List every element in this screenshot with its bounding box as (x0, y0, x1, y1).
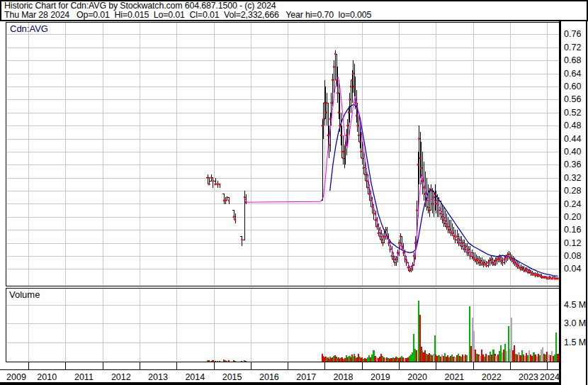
volume-bar (462, 355, 463, 361)
close-dot (371, 206, 373, 208)
volume-bar (228, 360, 230, 361)
close-dot (508, 254, 509, 255)
volume-bar (536, 357, 538, 361)
close-dot (226, 196, 227, 198)
close-dot (557, 278, 558, 279)
volume-bar (481, 350, 482, 361)
volume-bar (506, 351, 507, 361)
close-dot (245, 201, 247, 203)
close-dot (539, 274, 541, 276)
volume-bar (444, 353, 446, 362)
close-dot (487, 262, 489, 263)
close-dot (244, 196, 245, 198)
year-label: 2009 (6, 372, 26, 382)
close-dot (420, 167, 422, 169)
volume-bar (367, 357, 368, 362)
volume-bar (448, 357, 450, 362)
volume-axis-label: 4.5 M (564, 300, 586, 310)
close-dot (545, 277, 546, 278)
volume-bar (514, 345, 515, 362)
close-dot (490, 258, 492, 260)
close-dot (536, 273, 538, 274)
volume-bar (466, 355, 468, 362)
volume-bar (551, 351, 553, 361)
year-label: 2015 (222, 372, 242, 382)
close-dot (401, 245, 402, 247)
chart-background (0, 21, 588, 385)
price-axis-label: 0.16 (564, 225, 581, 235)
close-dot (397, 252, 398, 253)
volume-bar (414, 349, 416, 362)
volume-bar (470, 346, 472, 361)
close-dot (348, 112, 349, 113)
close-dot (542, 277, 543, 278)
price-axis-label: 0.04 (564, 264, 581, 274)
close-dot (336, 79, 337, 81)
volume-bar (526, 353, 527, 362)
volume-bar (476, 354, 477, 362)
volume-bar (538, 354, 539, 362)
volume-bar (223, 359, 225, 361)
volume-bar (389, 359, 390, 362)
close-dot (341, 151, 343, 152)
volume-bar (427, 355, 429, 361)
volume-bar (503, 350, 504, 362)
price-axis-label: 0.08 (564, 251, 581, 261)
volume-bar (368, 355, 370, 361)
close-dot (481, 263, 482, 264)
volume-bar (545, 355, 546, 361)
close-dot (370, 200, 371, 201)
price-axis-label: 0.24 (564, 199, 581, 209)
volume-bar (409, 356, 410, 362)
volume-bar (376, 357, 378, 361)
close-dot (342, 157, 344, 159)
close-dot (520, 268, 521, 269)
close-dot (441, 216, 443, 218)
close-dot (391, 255, 392, 257)
year-label: 2013 (148, 372, 168, 382)
volume-bar (431, 355, 433, 361)
price-axis-label: 0.12 (564, 238, 581, 248)
volume-bar (364, 358, 366, 362)
close-dot (409, 270, 410, 272)
close-dot (496, 258, 497, 260)
volume-bar (469, 306, 470, 362)
close-dot (422, 180, 423, 182)
close-dot (521, 267, 523, 268)
close-dot (334, 53, 336, 55)
close-dot (434, 194, 436, 195)
volume-bar (500, 345, 502, 361)
close-dot (451, 233, 453, 234)
volume-bar (516, 355, 518, 361)
close-dot (502, 262, 503, 263)
volume-bar (482, 355, 484, 362)
close-dot (431, 203, 433, 204)
volume-bar (518, 352, 519, 362)
volume-bar (332, 357, 333, 362)
volume-bar (511, 318, 512, 361)
year-label: 2023 (519, 372, 538, 382)
volume-bar (550, 355, 551, 361)
volume-bar (504, 344, 506, 362)
volume-bar (416, 350, 417, 361)
close-dot (414, 242, 416, 243)
price-axis-label: 0.56 (564, 94, 581, 104)
close-dot (395, 258, 397, 260)
close-dot (504, 258, 505, 260)
close-dot (507, 255, 508, 257)
close-dot (516, 265, 518, 267)
volume-bar (553, 356, 554, 361)
volume-bar (443, 356, 444, 361)
volume-bar (225, 360, 226, 361)
volume-bar (379, 357, 380, 361)
close-dot (394, 262, 395, 263)
close-dot (444, 223, 446, 224)
volume-bar (523, 355, 524, 361)
close-dot (471, 252, 473, 253)
year-label: 2011 (74, 372, 94, 382)
volume-bar (528, 350, 530, 361)
volume-bar (530, 355, 531, 362)
price-axis-label: 0.64 (564, 69, 581, 79)
close-dot (424, 194, 426, 195)
close-dot (514, 262, 515, 263)
